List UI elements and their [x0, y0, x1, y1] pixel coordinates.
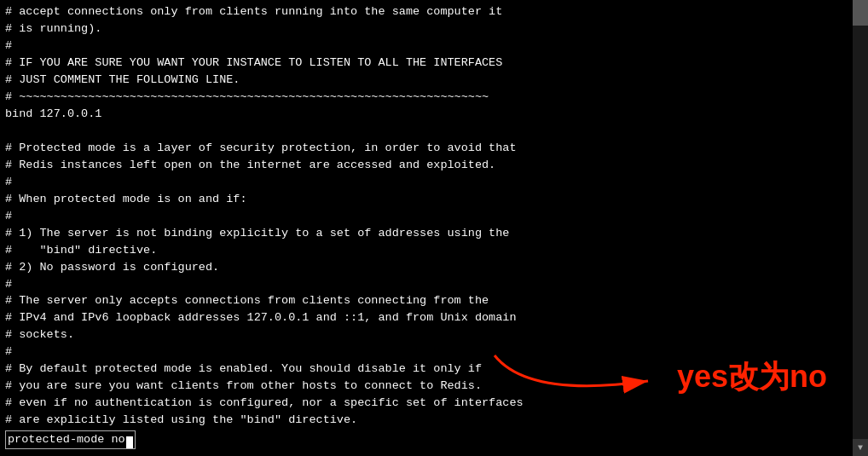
scrollbar-bottom[interactable]: ▼ [853, 439, 868, 456]
code-line: # sockets. [5, 326, 848, 343]
code-line: # are explicitly listed using the "bind"… [5, 412, 848, 429]
terminal: # accept connections only from clients r… [0, 0, 853, 456]
scrollbar-thumb[interactable] [853, 0, 868, 26]
code-line: # IPv4 and IPv6 loopback addresses 127.0… [5, 309, 848, 326]
code-line: # 1) The server is not binding explicitl… [5, 225, 848, 242]
code-line: # is running). [5, 20, 848, 38]
code-line: # 2) No password is configured. [5, 259, 848, 276]
code-line: # Redis instances left open on the inter… [5, 157, 848, 174]
code-line: # [5, 276, 848, 293]
code-line: # [5, 174, 848, 191]
code-line: # ~~~~~~~~~~~~~~~~~~~~~~~~~~~~~~~~~~~~~~… [5, 89, 848, 106]
scrollbar[interactable]: ▼ [853, 0, 868, 456]
code-line: # Protected mode is a layer of security … [5, 140, 848, 157]
code-line: # IF YOU ARE SURE YOU WANT YOUR INSTANCE… [5, 55, 848, 72]
annotation-text: yes改为no [677, 356, 827, 398]
code-line: # [5, 38, 848, 55]
cursor [126, 436, 133, 448]
code-line: # When protected mode is on and if: [5, 191, 848, 208]
protected-mode-text: protected-mode no [8, 433, 125, 446]
code-line: # JUST COMMENT THE FOLLOWING LINE. [5, 72, 848, 89]
protected-mode-box: protected-mode no [5, 430, 136, 449]
code-line: # "bind" directive. [5, 242, 848, 259]
arrow-svg [477, 347, 665, 407]
code-line: # The server only accepts connections fr… [5, 292, 848, 309]
code-line: # [5, 208, 848, 225]
code-line: bind 127.0.0.1 [5, 106, 848, 123]
code-line [5, 123, 848, 140]
code-line: # accept connections only from clients r… [5, 3, 848, 20]
